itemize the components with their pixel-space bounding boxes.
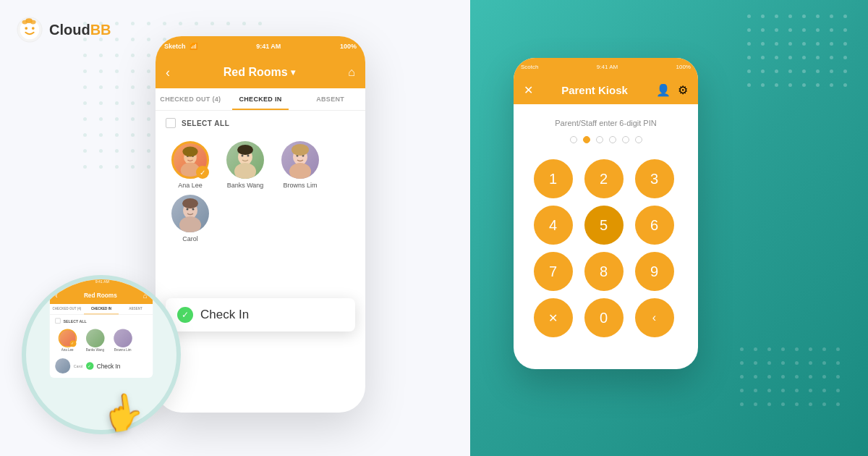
zoom-carol-avatar bbox=[55, 358, 70, 373]
student-item[interactable]: Carol bbox=[166, 195, 215, 242]
svg-point-16 bbox=[237, 145, 253, 155]
tab-checked-out[interactable]: CHECKED OUT (4) bbox=[156, 88, 226, 110]
key-backspace[interactable]: ‹ bbox=[635, 298, 674, 337]
pin-dot-6 bbox=[635, 136, 642, 143]
hand-cursor-icon: 👆 bbox=[98, 389, 148, 436]
checkin-text: Check In bbox=[200, 308, 249, 322]
key-7[interactable]: 7 bbox=[534, 252, 573, 291]
zoom-student: ✓ Ana Lee bbox=[55, 329, 80, 352]
keypad: 1 2 3 4 5 6 7 8 9 ✕ 0 ‹ bbox=[534, 159, 678, 337]
checkin-icon: ✓ bbox=[177, 307, 193, 323]
left-panel: (function(){ const grid = document.query… bbox=[0, 0, 470, 456]
key-3[interactable]: 3 bbox=[635, 159, 674, 198]
kiosk-header-icons: 👤 ⚙ bbox=[656, 83, 688, 97]
svg-point-24 bbox=[187, 208, 189, 211]
zoom-select-all: SELECT ALL bbox=[50, 315, 153, 327]
status-bar: Sketch 📶 9:41 AM 100% bbox=[156, 36, 365, 56]
tab-absent[interactable]: ABSENT bbox=[295, 88, 365, 110]
right-panel: (function(){ const grid = document.query… bbox=[470, 0, 868, 456]
kiosk-title: Parent Kiosk bbox=[561, 84, 628, 96]
key-5[interactable]: 5 bbox=[584, 206, 624, 245]
key-2[interactable]: 2 bbox=[584, 159, 624, 198]
select-all-label: SELECT ALL bbox=[182, 119, 229, 127]
svg-point-18 bbox=[289, 163, 311, 179]
avatar bbox=[226, 141, 264, 179]
battery-text: 100% bbox=[340, 43, 357, 50]
zoom-checkin-row: Carol ✓ Check In bbox=[50, 354, 153, 378]
zoom-avatar bbox=[86, 329, 105, 348]
zoom-tabs: CHECKED OUT (4) CHECKED IN ABSENT bbox=[50, 304, 153, 315]
room-title: Red Rooms ▾ bbox=[224, 66, 295, 79]
home-button[interactable]: ⌂ bbox=[348, 66, 355, 79]
student-item[interactable]: ✓ Ana Lee bbox=[166, 141, 215, 189]
pin-label: Parent/Staff enter 6-digit PIN bbox=[555, 119, 656, 127]
svg-point-25 bbox=[192, 208, 195, 211]
avatar bbox=[281, 141, 319, 179]
zoom-students: ✓ Ana Lee Banks Wang Browns Lim bbox=[50, 327, 153, 355]
dot-grid-right-top: (function(){ const grid = document.query… bbox=[747, 14, 854, 93]
svg-point-2 bbox=[25, 27, 27, 30]
app-header: ‹ Red Rooms ▾ ⌂ bbox=[156, 56, 365, 88]
zoom-tab-checkedin: CHECKED IN bbox=[84, 304, 118, 314]
zoom-student: Browns Lim bbox=[111, 329, 135, 352]
dot-grid-right-bottom: (function(){ const grid = document.query… bbox=[740, 347, 846, 413]
zoom-header-title: Red Rooms bbox=[84, 292, 117, 299]
key-6[interactable]: 6 bbox=[635, 206, 674, 245]
student-item[interactable]: Browns Lim bbox=[276, 141, 325, 189]
kiosk-header: ✕ Parent Kiosk 👤 ⚙ bbox=[514, 75, 698, 104]
svg-point-21 bbox=[292, 144, 309, 156]
pin-dot-2 bbox=[583, 136, 590, 143]
svg-point-14 bbox=[242, 155, 244, 157]
svg-point-13 bbox=[234, 163, 256, 179]
phone-main: Sketch 📶 9:41 AM 100% ‹ Red Rooms ▾ ⌂ CH… bbox=[156, 36, 365, 413]
user-icon: 👤 bbox=[656, 83, 671, 97]
logo-text: CloudBB bbox=[49, 22, 111, 38]
checkin-popup[interactable]: ✓ Check In bbox=[166, 298, 355, 332]
zoom-phone-content: Sketch9:41 AM100% ‹ Red Rooms ⌂ CHECKED … bbox=[50, 276, 153, 378]
student-name: Carol bbox=[182, 235, 198, 242]
key-8[interactable]: 8 bbox=[584, 252, 624, 291]
zoom-ci-icon: ✓ bbox=[86, 362, 94, 370]
pin-dot-3 bbox=[596, 136, 603, 143]
pin-dot-4 bbox=[609, 136, 616, 143]
student-name: Ana Lee bbox=[178, 182, 203, 189]
zoom-avatar: ✓ bbox=[58, 329, 77, 348]
back-button[interactable]: ‹ bbox=[166, 65, 170, 80]
student-item[interactable]: Banks Wang bbox=[221, 141, 270, 189]
key-1[interactable]: 1 bbox=[534, 159, 573, 198]
pin-dots bbox=[570, 136, 642, 143]
select-all-row[interactable]: SELECT ALL bbox=[156, 111, 365, 135]
check-badge: ✓ bbox=[196, 166, 209, 179]
tab-checked-in[interactable]: CHECKED IN bbox=[226, 88, 296, 110]
key-0[interactable]: 0 bbox=[584, 298, 624, 337]
settings-icon: ⚙ bbox=[678, 83, 688, 97]
key-4[interactable]: 4 bbox=[534, 206, 573, 245]
zoom-avatar bbox=[114, 329, 132, 348]
select-all-checkbox[interactable] bbox=[166, 118, 176, 128]
student-name: Banks Wang bbox=[227, 182, 264, 189]
avatar bbox=[171, 195, 209, 232]
kiosk-body: Parent/Staff enter 6-digit PIN 1 2 3 4 5… bbox=[514, 104, 698, 345]
carrier-text: Sketch bbox=[164, 43, 186, 50]
student-grid: ✓ Ana Lee bbox=[156, 135, 365, 248]
zoom-status-bar: Sketch9:41 AM100% bbox=[50, 276, 153, 287]
tab-bar: CHECKED OUT (4) CHECKED IN ABSENT bbox=[156, 88, 365, 111]
zoom-tab-checkedout: CHECKED OUT (4) bbox=[50, 304, 84, 314]
svg-point-15 bbox=[247, 155, 250, 157]
time-text: 9:41 AM bbox=[256, 43, 281, 50]
key-clear[interactable]: ✕ bbox=[534, 298, 573, 337]
svg-point-6 bbox=[30, 20, 36, 25]
phone-kiosk: Scotch 9:41 AM 100% ✕ Parent Kiosk 👤 ⚙ P… bbox=[514, 58, 698, 369]
kiosk-status-bar: Scotch 9:41 AM 100% bbox=[514, 58, 698, 75]
logo: CloudBB bbox=[16, 16, 111, 43]
svg-point-11 bbox=[182, 146, 197, 156]
zoom-header: ‹ Red Rooms ⌂ bbox=[50, 287, 153, 304]
zoom-student: Banks Wang bbox=[83, 329, 108, 352]
student-name: Browns Lim bbox=[283, 182, 317, 189]
pin-dot-1 bbox=[570, 136, 577, 143]
cloudbb-logo-icon bbox=[16, 16, 43, 43]
key-9[interactable]: 9 bbox=[635, 252, 674, 291]
pin-dot-5 bbox=[622, 136, 629, 143]
kiosk-close-button[interactable]: ✕ bbox=[524, 83, 533, 97]
svg-point-23 bbox=[179, 216, 201, 232]
